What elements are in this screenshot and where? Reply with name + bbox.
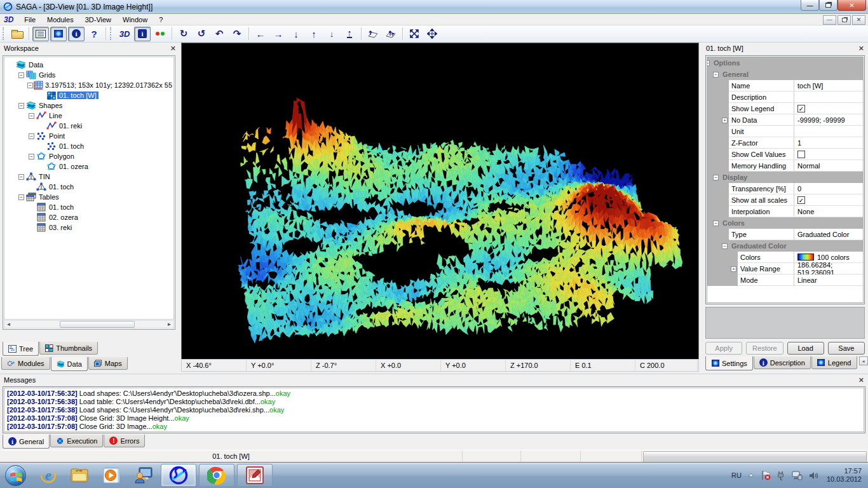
- tree-collapse-box[interactable]: −: [27, 113, 36, 119]
- workspace-tab-data[interactable]: Data: [51, 357, 88, 371]
- terrain-render[interactable]: [182, 43, 698, 358]
- workspace-close-icon[interactable]: ✕: [170, 44, 176, 53]
- tree-collapse-box[interactable]: −: [27, 83, 33, 88]
- property-value[interactable]: 1: [794, 137, 863, 149]
- messages-tab-errors[interactable]: !Errors: [104, 435, 145, 447]
- workspace-tab-maps[interactable]: Maps: [88, 357, 128, 370]
- close-button[interactable]: ✕: [837, 0, 866, 11]
- property-value[interactable]: [794, 149, 863, 160]
- property-value[interactable]: ✓: [794, 103, 863, 114]
- minimize-button[interactable]: —: [801, 0, 819, 11]
- tree-item-label[interactable]: Point: [47, 132, 67, 140]
- property-value[interactable]: ✓: [794, 194, 863, 206]
- save-button[interactable]: Save: [828, 342, 865, 355]
- load-button[interactable]: Load: [787, 342, 824, 355]
- workspace-tab-tree[interactable]: Tree: [3, 342, 39, 356]
- volume-icon[interactable]: [808, 471, 818, 480]
- property-row[interactable]: Description: [707, 92, 863, 103]
- colors-button[interactable]: [152, 27, 168, 41]
- tree-item[interactable]: 01. toch: [4, 141, 173, 151]
- expand-box[interactable]: +: [722, 118, 728, 123]
- checkbox-checked[interactable]: ✓: [797, 105, 805, 112]
- property-row[interactable]: ModeLinear: [707, 274, 863, 286]
- tree-item-label[interactable]: 01. toch: [57, 142, 86, 150]
- start-button[interactable]: [5, 465, 26, 486]
- tree-item-label[interactable]: 02. ozera: [47, 214, 80, 221]
- tree-collapse-box[interactable]: −: [17, 72, 25, 78]
- collapse-box[interactable]: −: [722, 243, 728, 249]
- messages-close-icon[interactable]: ✕: [858, 376, 864, 384]
- mdi-close-button[interactable]: ✕: [852, 15, 865, 25]
- rotate-up-button[interactable]: ↻: [175, 27, 192, 41]
- tree-item-label[interactable]: 03. reki: [47, 224, 74, 231]
- tree-item-label[interactable]: 01. toch: [47, 183, 76, 191]
- tree-item[interactable]: 01. toch: [4, 182, 173, 192]
- properties-tab-legend[interactable]: Legend: [811, 356, 857, 369]
- property-value[interactable]: 0: [794, 183, 863, 194]
- checkbox-unchecked[interactable]: [797, 151, 805, 158]
- tree-item-label[interactable]: Line: [47, 112, 64, 119]
- property-row[interactable]: Z-Factor1: [707, 137, 863, 149]
- property-value[interactable]: Normal: [794, 160, 863, 172]
- property-row[interactable]: +Value Range186.66284; 519.236091: [707, 263, 863, 274]
- tree-collapse-box[interactable]: −: [27, 154, 36, 159]
- tree-item-label[interactable]: TIN: [37, 173, 52, 180]
- tree-item[interactable]: 01. toch: [4, 202, 173, 212]
- property-category-row[interactable]: −Options: [707, 57, 863, 69]
- tree-collapse-box[interactable]: −: [17, 103, 25, 109]
- show-viewport-button[interactable]: [50, 27, 67, 41]
- stereo-view-button[interactable]: [424, 27, 440, 41]
- saga-taskbar-button[interactable]: [161, 464, 196, 487]
- tree-item-label[interactable]: 01. toch [W]: [57, 92, 98, 99]
- mdi-restore-button[interactable]: [837, 15, 851, 25]
- rotate-down-button[interactable]: ↺: [193, 27, 210, 41]
- power-icon[interactable]: [776, 470, 786, 480]
- workspace-tab-modules[interactable]: Modules: [1, 357, 50, 370]
- property-row[interactable]: Show Cell Values: [707, 149, 863, 160]
- help-button[interactable]: ?: [86, 27, 102, 41]
- zoom-out-button[interactable]: ↓: [323, 27, 340, 41]
- user-accounts-icon[interactable]: [128, 463, 159, 487]
- scrollbar-thumb[interactable]: [60, 321, 134, 328]
- property-row[interactable]: Memory HandlingNormal: [707, 160, 863, 172]
- menu-item-3d-view[interactable]: 3D-View: [79, 15, 117, 24]
- language-indicator[interactable]: RU: [731, 471, 742, 479]
- property-value[interactable]: -99999; -99999: [794, 114, 863, 126]
- property-value[interactable]: Linear: [794, 274, 863, 286]
- collapse-box[interactable]: −: [713, 220, 719, 226]
- mdi-minimize-button[interactable]: —: [823, 15, 836, 25]
- scroll-left-arrow[interactable]: ◄: [4, 321, 13, 328]
- tree-item-label[interactable]: 01. ozera: [57, 163, 90, 170]
- tray-expand-icon[interactable]: [747, 472, 755, 478]
- tray-clock[interactable]: 17:5710.03.2012: [824, 467, 862, 484]
- tree-horizontal-scrollbar[interactable]: ◄ ►: [4, 320, 174, 329]
- tree-item-label[interactable]: 01. toch: [47, 203, 76, 211]
- tree-item[interactable]: Data: [4, 60, 173, 70]
- property-category-row[interactable]: −Graduated Color: [707, 240, 863, 252]
- tree-item-label[interactable]: Shapes: [37, 102, 64, 109]
- tree-item[interactable]: −TIN: [4, 172, 173, 182]
- collapse-box[interactable]: −: [707, 60, 710, 66]
- messages-tab-execution[interactable]: Execution: [50, 435, 103, 447]
- open-file-button[interactable]: [9, 27, 25, 41]
- tab-scroll-left[interactable]: ◄: [859, 356, 868, 365]
- property-row[interactable]: Show at all scales✓: [707, 194, 863, 206]
- move-down-button[interactable]: ↓: [288, 27, 304, 41]
- chrome-taskbar-button[interactable]: [199, 464, 234, 487]
- tree-collapse-box[interactable]: −: [27, 133, 36, 139]
- property-value[interactable]: 186.66284; 519.236091: [794, 263, 863, 274]
- tree-collapse-box[interactable]: −: [17, 174, 25, 180]
- menu-item-window[interactable]: Window: [117, 15, 153, 24]
- toolbar-grip[interactable]: [3, 27, 6, 40]
- move-up-button[interactable]: ↑: [306, 27, 322, 41]
- move-left-button[interactable]: ←: [252, 27, 269, 41]
- properties-tab-settings[interactable]: Settings: [705, 356, 753, 370]
- menu-item--[interactable]: ?: [153, 15, 168, 24]
- expand-box[interactable]: +: [731, 266, 736, 272]
- messages-tab-general[interactable]: iGeneral: [3, 435, 50, 449]
- tree-item-label[interactable]: Grids: [37, 71, 57, 79]
- tree-item[interactable]: −Shapes: [4, 100, 173, 111]
- property-row[interactable]: Show Legend✓: [707, 103, 863, 114]
- collapse-box[interactable]: −: [713, 175, 719, 180]
- zoom-in-button[interactable]: ↑: [341, 27, 358, 41]
